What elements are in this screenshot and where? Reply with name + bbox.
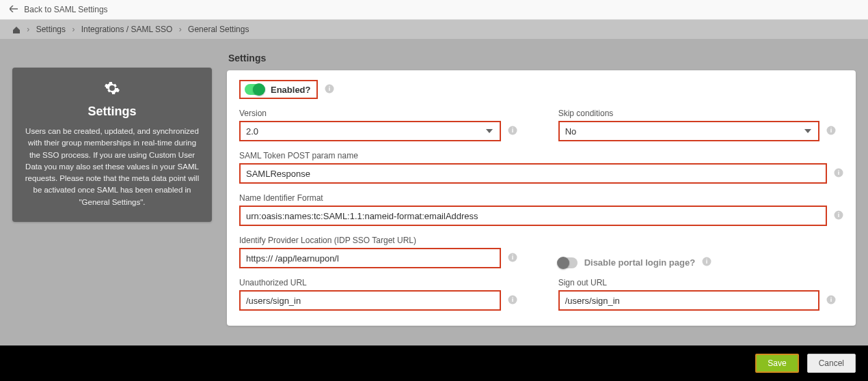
chevron-right-icon: › — [179, 25, 182, 34]
section-title: Settings — [228, 53, 856, 63]
svg-text:i: i — [511, 127, 513, 134]
sidebar-card-description: Users can be created, updated, and synch… — [22, 126, 202, 208]
idp-input[interactable]: https:// /app/learnupon/l — [239, 248, 501, 268]
saml-token-value: SAMLResponse — [246, 169, 310, 179]
info-icon[interactable]: i — [834, 210, 843, 222]
sidebar-info-card: Settings Users can be created, updated, … — [12, 68, 212, 222]
info-icon[interactable]: i — [508, 253, 517, 264]
signout-value: /users/sign_in — [565, 296, 620, 306]
info-icon[interactable]: i — [834, 168, 843, 180]
sidebar-card-title: Settings — [22, 104, 202, 119]
gear-icon — [22, 80, 202, 99]
unauth-value: /users/sign_in — [246, 296, 301, 306]
idp-label: Identify Provider Location (IDP SSO Targ… — [239, 236, 517, 245]
info-icon[interactable]: i — [325, 84, 334, 96]
idp-value: https:// /app/learnupon/l — [246, 253, 339, 264]
saml-token-label: SAML Token POST param name — [239, 151, 843, 160]
footer-bar: Save Cancel — [0, 345, 868, 381]
nameid-value: urn:oasis:names:tc:SAML:1.1:nameid-forma… — [246, 211, 478, 221]
chevron-right-icon: › — [27, 25, 29, 34]
signout-label: Sign out URL — [558, 278, 837, 287]
svg-text:i: i — [830, 296, 832, 303]
cancel-button[interactable]: Cancel — [807, 354, 856, 373]
chevron-right-icon: › — [72, 25, 74, 34]
signout-input[interactable]: /users/sign_in — [558, 290, 820, 311]
svg-text:i: i — [511, 254, 513, 261]
home-icon[interactable] — [12, 25, 23, 34]
enabled-toggle-group: Enabled? — [239, 80, 318, 99]
enabled-label: Enabled? — [271, 85, 311, 95]
chevron-down-icon — [804, 129, 811, 133]
skip-conditions-label: Skip conditions — [558, 109, 837, 118]
back-arrow-icon — [10, 5, 18, 14]
enabled-toggle[interactable] — [245, 84, 264, 95]
skip-conditions-select[interactable]: No — [558, 121, 820, 141]
saml-token-input[interactable]: SAMLResponse — [239, 163, 827, 184]
version-value: 2.0 — [246, 126, 258, 137]
svg-text:i: i — [838, 212, 840, 218]
nameid-label: Name Identifier Format — [239, 193, 843, 203]
svg-text:i: i — [511, 296, 513, 303]
skip-conditions-value: No — [565, 126, 577, 137]
unauth-input[interactable]: /users/sign_in — [239, 290, 501, 311]
breadcrumb: › Settings › Integrations / SAML SSO › G… — [0, 20, 868, 39]
nameid-input[interactable]: urn:oasis:names:tc:SAML:1.1:nameid-forma… — [239, 206, 827, 226]
disable-portal-toggle[interactable] — [558, 257, 578, 268]
back-label: Back to SAML Settings — [24, 5, 107, 14]
breadcrumb-settings[interactable]: Settings — [36, 25, 66, 34]
settings-panel: Enabled? i Version 2.0 — [227, 70, 856, 326]
info-icon[interactable]: i — [508, 295, 517, 307]
unauth-label: Unauthorized URL — [239, 278, 517, 287]
breadcrumb-integrations[interactable]: Integrations / SAML SSO — [81, 25, 173, 34]
back-bar: Back to SAML Settings — [0, 0, 868, 20]
info-icon[interactable]: i — [826, 126, 836, 137]
info-icon[interactable]: i — [702, 257, 711, 268]
version-select[interactable]: 2.0 — [239, 121, 501, 141]
breadcrumb-general[interactable]: General Settings — [188, 25, 249, 34]
svg-text:i: i — [706, 258, 708, 265]
info-icon[interactable]: i — [508, 126, 517, 137]
back-link[interactable]: Back to SAML Settings — [10, 5, 108, 14]
svg-text:i: i — [328, 85, 330, 92]
version-label: Version — [239, 109, 517, 118]
svg-text:i: i — [830, 127, 832, 134]
save-button[interactable]: Save — [755, 354, 798, 373]
chevron-down-icon — [486, 129, 493, 133]
svg-text:i: i — [838, 169, 840, 176]
disable-portal-label: Disable portal login page? — [584, 257, 696, 268]
info-icon[interactable]: i — [826, 295, 836, 307]
